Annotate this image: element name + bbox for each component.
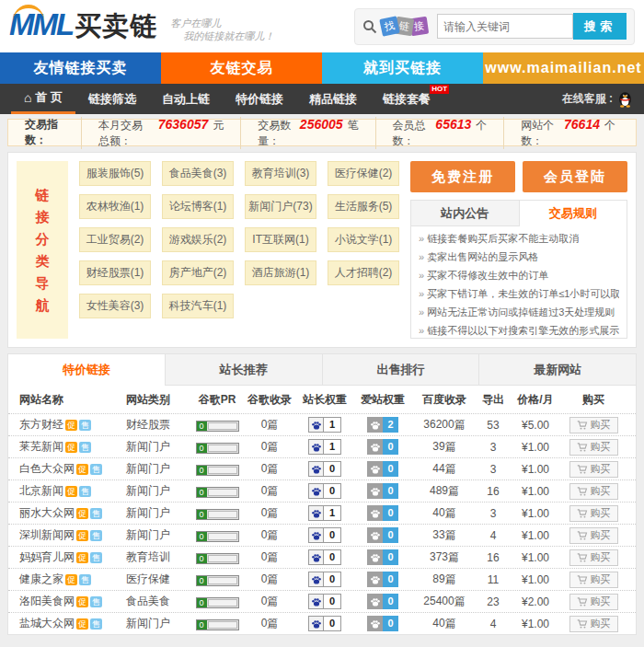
site-category: 财经股票 [126,417,190,433]
site-category: 新闻门户 [126,483,190,499]
buy-button[interactable]: 购买 [569,417,618,433]
search-input[interactable] [437,14,573,39]
category-item[interactable]: 论坛博客(1) [162,194,234,219]
category-item[interactable]: IT互联网(1) [245,227,316,252]
tab-trade-rules[interactable]: 交易规则 [520,201,627,226]
home-icon: ⌂ [24,90,31,105]
category-item[interactable]: 科技汽车(1) [162,294,234,318]
bullet-icon: » [419,270,424,281]
buy-button[interactable]: 购买 [569,572,618,588]
tab-sales-ranking[interactable]: 出售排行 [322,354,479,386]
category-item[interactable]: 服装服饰(5) [79,161,151,186]
table-row: 北京新闻 促 售 新闻门户 0 0篇 0 0 489篇 16 ¥1.00 [8,479,636,502]
buy-button[interactable]: 购买 [569,616,618,632]
aizhan-weight-cell: 0 [354,549,411,565]
category-item[interactable]: 生活服务(5) [328,194,399,219]
chinaz-weight-value: 1 [324,505,341,521]
category-item[interactable]: 小说文学(1) [328,227,399,252]
tab-webmaster-picks[interactable]: 站长推荐 [165,354,322,386]
category-item[interactable]: 新闻门户(73) [245,194,316,219]
table-row: 丽水大众网 促 售 新闻门户 0 0篇 1 0 40篇 3 ¥1.00 [8,502,636,524]
rule-link[interactable]: »买家不得修改生效中的订单 [419,266,619,284]
site-name-link[interactable]: 健康之家 [19,572,63,587]
price-cell: ¥1.00 [509,551,562,564]
site-name-link[interactable]: 莱芜新闻 [19,439,63,455]
category-item[interactable]: 房产地产(2) [162,260,234,285]
logo-mml-text: MML [9,7,73,42]
site-name-link[interactable]: 妈妈育儿网 [19,549,75,565]
buy-button[interactable]: 购买 [569,505,618,522]
category-item[interactable]: 工业贸易(2) [79,227,151,252]
buy-button[interactable]: 购买 [569,439,618,456]
buy-label: 购买 [591,572,611,586]
category-item[interactable]: 教育培训(3) [245,161,316,186]
category-item[interactable]: 游戏娱乐(2) [162,227,234,252]
site-name-cell: 东方财经 促 售 [19,417,126,433]
price-cell: ¥1.00 [509,529,562,542]
promo-badge: 促 [76,530,88,541]
online-service[interactable]: 在线客服 : [562,84,633,114]
bullet-icon: » [419,233,424,244]
paw-icon [367,594,383,609]
rule-link[interactable]: »网站无法正常访问或掉链超过3天处理规则 [419,303,619,321]
buy-button[interactable]: 购买 [569,527,618,544]
banner-site-url[interactable]: www.maimailian.net [483,52,644,84]
rule-link[interactable]: »链接套餐购买后买家不能主动取消 [419,229,619,248]
buy-label: 购买 [591,506,611,520]
sale-badge: 售 [79,574,91,585]
category-item[interactable]: 人才招聘(2) [328,260,399,285]
paw-icon [308,527,324,543]
site-name-link[interactable]: 深圳新闻网 [19,527,75,543]
site-name-link[interactable]: 洛阳美食网 [19,594,75,609]
nav-item-link-packages[interactable]: 链接套餐 HOT [370,84,443,114]
chinaz-weight-cell: 0 [295,572,354,587]
cart-icon [577,442,588,453]
site-name-link[interactable]: 丽水大众网 [19,505,75,521]
site-name-link[interactable]: 东方财经 [19,417,63,433]
site-logo[interactable]: MML 买卖链 [9,7,157,45]
site-name-link[interactable]: 盐城大众网 [19,616,75,631]
cart-icon [577,574,588,585]
nav-item-special-links[interactable]: 特价链接 [223,84,296,114]
buy-button[interactable]: 购买 [569,594,618,610]
bullet-icon: » [419,288,424,299]
buy-button[interactable]: 购买 [569,483,618,500]
paw-icon [308,483,324,499]
category-item[interactable]: 医疗保健(2) [328,161,399,186]
site-name-cell: 丽水大众网 促 售 [19,505,126,521]
stat-value: 65613 [433,117,473,132]
category-item[interactable]: 食品美食(3) [162,161,234,186]
chinaz-weight-value: 0 [324,594,341,609]
promo-badge: 促 [76,596,88,607]
chinaz-weight-cell: 1 [295,505,354,521]
search-button[interactable]: 搜索 [573,13,627,40]
category-item[interactable]: 酒店旅游(1) [245,260,316,285]
google-pr-cell: 0 [190,618,244,630]
buy-button[interactable]: 购买 [569,461,618,478]
category-item[interactable]: 女性美容(3) [79,294,151,318]
nav-item-premium-links[interactable]: 精品链接 [296,84,370,114]
category-item[interactable]: 农林牧渔(1) [79,194,151,219]
tab-special-links[interactable]: 特价链接 [8,354,165,386]
nav-packages-label: 链接套餐 [383,91,431,108]
nav-item-auto-link[interactable]: 自动上链 [149,84,223,114]
site-category: 新闻门户 [126,616,190,631]
price-cell: ¥1.00 [509,507,562,520]
tab-site-announcements[interactable]: 站内公告 [411,201,520,226]
login-button[interactable]: 会员登陆 [523,161,627,192]
online-service-label: 在线客服 : [562,91,613,107]
register-button[interactable]: 免费注册 [410,161,515,192]
nav-item-home[interactable]: ⌂ 首 页 [11,84,75,114]
paw-icon [367,527,383,543]
nav-item-link-filter[interactable]: 链接筛选 [75,84,149,114]
buy-button[interactable]: 购买 [569,549,618,566]
rule-link[interactable]: »卖家出售网站的显示风格 [419,248,619,266]
site-name-link[interactable]: 白色大众网 [19,461,75,477]
aizhan-weight-value: 0 [383,461,398,477]
rule-link[interactable]: »链接不得以以下对搜索引擎无效的形式展示 [419,321,619,339]
site-name-link[interactable]: 北京新闻 [19,483,63,499]
rule-link[interactable]: »买家下错订单，未生效的订单≤1小时可以取消 [419,284,619,303]
tab-newest-sites[interactable]: 最新网站 [478,354,636,386]
promo-badge: 促 [76,618,88,630]
category-item[interactable]: 财经股票(1) [79,260,151,285]
